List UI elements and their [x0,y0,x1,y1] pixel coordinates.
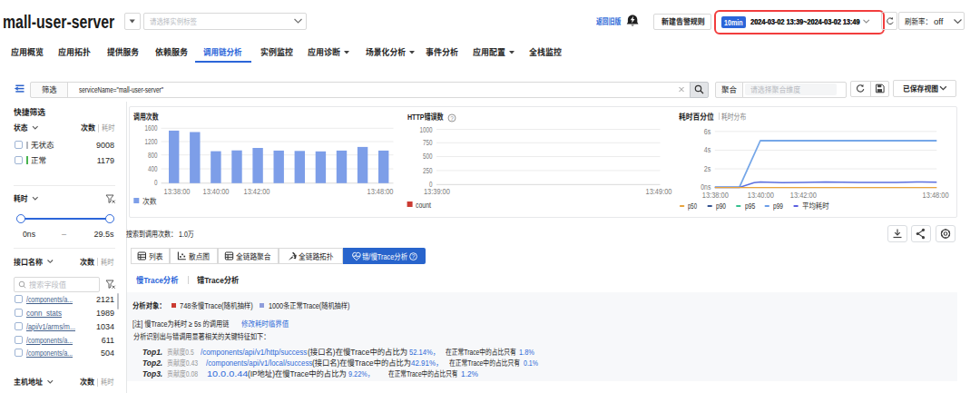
svg-text:13:49:00: 13:49:00 [646,187,672,196]
svg-text:13:48:00: 13:48:00 [368,187,394,196]
svg-text:13:38:00: 13:38:00 [702,191,729,200]
svg-text:13:40:00: 13:40:00 [748,191,774,200]
svg-text:750: 750 [423,138,433,147]
svg-text:13:38:00: 13:38:00 [164,187,191,196]
svg-text:1000: 1000 [420,125,433,134]
svg-text:13:42:00: 13:42:00 [244,187,270,196]
svg-text:500: 500 [423,152,433,161]
svg-text:?: ? [450,115,454,122]
svg-text:?: ? [412,253,416,260]
svg-text:1600: 1600 [145,123,158,133]
svg-text:13:48:00: 13:48:00 [923,191,949,200]
svg-text:250: 250 [423,166,433,175]
svg-text:0: 0 [154,178,158,187]
svg-text:6s: 6s [704,127,711,136]
svg-text:1200: 1200 [145,137,158,146]
svg-text:13:39:00: 13:39:00 [424,187,450,196]
svg-text:2s: 2s [704,164,711,173]
svg-text:4s: 4s [704,145,711,154]
svg-text:800: 800 [148,151,158,160]
svg-text:13:42:00: 13:42:00 [790,191,817,200]
svg-text:400: 400 [148,164,158,173]
svg-text:13:40:00: 13:40:00 [203,187,230,196]
